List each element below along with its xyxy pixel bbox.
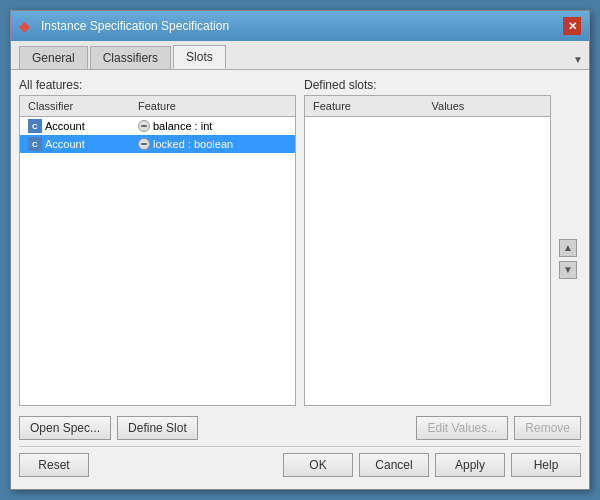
define-slot-button[interactable]: Define Slot — [117, 416, 198, 440]
move-up-button[interactable]: ▲ — [559, 239, 577, 257]
classifier-icon: C — [28, 137, 42, 151]
classifier-icon: C — [28, 119, 42, 133]
classifier-cell: C Account — [24, 136, 134, 152]
left-section: All features: Classifier Feature C Accou… — [19, 78, 296, 406]
tab-bar: General Classifiers Slots ▼ — [11, 41, 589, 70]
table-row[interactable]: C Account locked : boolean — [20, 135, 295, 153]
title-bar-left: ◆ Instance Specification Specification — [19, 18, 229, 34]
open-spec-button[interactable]: Open Spec... — [19, 416, 111, 440]
right-section: Defined slots: Feature Values ▲ ▼ — [304, 78, 581, 406]
panels-row: All features: Classifier Feature C Accou… — [19, 78, 581, 406]
reset-button[interactable]: Reset — [19, 453, 89, 477]
feature-col-header: Feature — [134, 98, 291, 114]
table-row[interactable]: C Account balance : int — [20, 117, 295, 135]
slot-buttons-left: Open Spec... Define Slot — [19, 416, 198, 440]
feature-cell: locked : boolean — [134, 137, 291, 151]
help-button[interactable]: Help — [511, 453, 581, 477]
bottom-button-row: Reset OK Cancel Apply Help — [19, 446, 581, 481]
classifier-value: Account — [45, 138, 85, 150]
classifier-value: Account — [45, 120, 85, 132]
tab-classifiers[interactable]: Classifiers — [90, 46, 171, 69]
feature-col-header-right: Feature — [309, 98, 428, 114]
slot-buttons-row: Open Spec... Define Slot Edit Values... … — [19, 416, 581, 440]
arrows-col: ▲ ▼ — [555, 111, 581, 406]
title-bar: ◆ Instance Specification Specification ✕ — [11, 11, 589, 41]
values-col-header: Values — [428, 98, 547, 114]
classifier-cell: C Account — [24, 118, 134, 134]
feature-icon — [138, 120, 150, 132]
right-panel-header: Feature Values — [305, 96, 550, 117]
edit-values-button[interactable]: Edit Values... — [416, 416, 508, 440]
ok-button[interactable]: OK — [283, 453, 353, 477]
all-features-table-body: C Account balance : int C — [20, 117, 295, 405]
remove-button[interactable]: Remove — [514, 416, 581, 440]
cancel-button[interactable]: Cancel — [359, 453, 429, 477]
tab-slots[interactable]: Slots — [173, 45, 226, 69]
main-window: ◆ Instance Specification Specification ✕… — [10, 10, 590, 490]
tab-general[interactable]: General — [19, 46, 88, 69]
defined-slots-table-body — [305, 117, 550, 405]
app-icon: ◆ — [19, 18, 35, 34]
window-title: Instance Specification Specification — [41, 19, 229, 33]
all-features-label: All features: — [19, 78, 296, 92]
tab-dropdown-icon[interactable]: ▼ — [573, 54, 583, 65]
move-down-button[interactable]: ▼ — [559, 261, 577, 279]
close-button[interactable]: ✕ — [563, 17, 581, 35]
slot-buttons-right: Edit Values... Remove — [416, 416, 581, 440]
classifier-col-header: Classifier — [24, 98, 134, 114]
feature-value: locked : boolean — [153, 138, 233, 150]
feature-value: balance : int — [153, 120, 212, 132]
feature-cell: balance : int — [134, 119, 291, 133]
feature-icon — [138, 138, 150, 150]
left-panel-header: Classifier Feature — [20, 96, 295, 117]
defined-slots-panel: Feature Values — [304, 95, 551, 406]
defined-slots-label: Defined slots: — [304, 78, 581, 92]
all-features-panel: Classifier Feature C Account b — [19, 95, 296, 406]
main-content: All features: Classifier Feature C Accou… — [11, 70, 589, 489]
apply-button[interactable]: Apply — [435, 453, 505, 477]
